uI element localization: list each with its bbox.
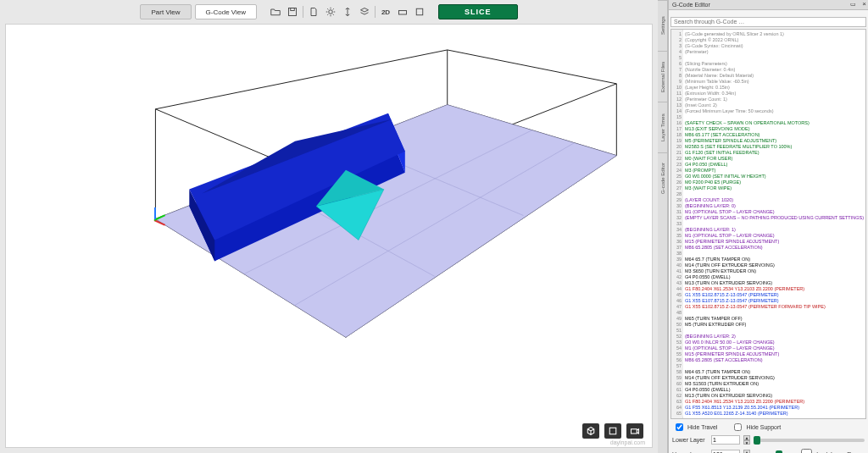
gcode-line[interactable]: 37M86 65.2805 (SET ACCELERATION) (685, 245, 864, 251)
gcode-line[interactable]: 15 (685, 114, 864, 120)
svg-rect-1 (291, 8, 295, 11)
twod-icon[interactable]: 2D (379, 5, 392, 19)
gcode-line[interactable]: 16(SAFETY CHECK – SPAWN ON OPERATIONAL M… (685, 120, 864, 126)
spinner-down-icon[interactable]: ▼ (743, 440, 750, 445)
gcode-line[interactable]: 17M13 (EXIT SERVOING MODE) (685, 126, 864, 132)
gcode-line[interactable]: 28 (685, 191, 864, 197)
gcode-line[interactable]: 50M5 (TURN EXTRUDER OFF) (685, 322, 864, 328)
close-icon[interactable]: × (862, 0, 866, 8)
gcode-line[interactable]: 34(BEGINNING LAYER: 1) (685, 227, 864, 233)
gcode-line[interactable]: 52(BEGINNING LAYER: 2) (685, 334, 864, 340)
sidetab-settings[interactable]: Settings (658, 0, 667, 51)
gcode-line[interactable]: 19M5 (PERIMETER SPINDLE ADJUSTMENT) (685, 138, 864, 144)
gear-icon[interactable] (324, 5, 337, 19)
gcode-line[interactable]: 26M0 F200 P40 E5 (PURGE) (685, 180, 864, 185)
hide-support-checkbox[interactable]: Hide Support (731, 421, 781, 434)
open-icon[interactable] (269, 5, 282, 19)
gcode-line[interactable]: 14(Forced Minimum Layer Time: 50 seconds… (685, 108, 864, 114)
lower-layer-input[interactable] (711, 435, 740, 445)
gcode-line[interactable]: 64G1 F55 X61.8513 Y13.2139 Z0.55.2041 (P… (685, 405, 864, 411)
gcode-line[interactable]: 3(G-Code Syntax: Cincinnati) (685, 43, 864, 49)
gcode-line[interactable]: 53G0 W0.0 INLCR 50.00 – LAYER CHANGE) (685, 340, 864, 345)
gcode-line[interactable]: 65G1 X55 A520 E01.2265 Z-14.3140 (PERIME… (685, 411, 864, 417)
gcode-line[interactable]: 63G1 F80.2404 X61.2534 Y13.2103 Z0.2200 … (685, 399, 864, 405)
gcode-line[interactable]: 62M13 (TURN ON EXTRUDER SERVOING) (685, 393, 864, 399)
gcode-line[interactable]: 8(Material Name: Default Material) (685, 73, 864, 79)
undock-icon[interactable]: ▭ (850, 1, 856, 8)
lock-layer-range-checkbox[interactable]: Lock Layer Range (798, 446, 865, 453)
gcode-line[interactable]: 54M1 (OPTIONAL STOP – LAYER CHANGE) (685, 345, 864, 351)
sidetab-gcode-editor[interactable]: G-code Editor (658, 152, 667, 203)
gcode-line[interactable]: 56M86 65.2805 (SET ACCELERATION) (685, 357, 864, 363)
gcode-line[interactable]: 48 (685, 310, 864, 316)
gcode-line[interactable]: 23G4 P0.050 (DWELL) (685, 162, 864, 168)
slice-button[interactable]: SLICE (438, 4, 518, 19)
gcode-editor-panel: G-Code Editor ▭ × 1(G-Code generated by … (669, 0, 868, 453)
gcode-line[interactable]: 57 (685, 363, 864, 369)
gcode-line[interactable]: 6(Slicing Parameters) (685, 61, 864, 67)
gcode-line[interactable]: 58M64 65.7 (TURN TAMPER ON) (685, 369, 864, 375)
gcode-listing[interactable]: 1(G-Code generated by ORNL Slicer 2 vers… (670, 29, 866, 419)
scale-icon[interactable] (341, 5, 354, 19)
gcode-line[interactable]: 43M13 (TURN ON EXTRUDER SERVOING) (685, 280, 864, 286)
gcode-line[interactable]: 44G1 F80.2404 X61.2534 Y13.2103 Z0.2200 … (685, 286, 864, 292)
gcode-line[interactable]: 9(Minimum Table Value: -60.5in) (685, 79, 864, 85)
gcode-line[interactable]: 32(EMPTY LAYER SCANS – NO PATHING PRODUC… (685, 215, 864, 221)
gcode-line[interactable]: 36M15 (PERIMETER SPINDLE ADJUSTMENT) (685, 239, 864, 245)
gcode-line[interactable]: 59M14 (TURN OFF EXTRUDER SERVOING) (685, 375, 864, 381)
camera-icon[interactable] (626, 423, 643, 439)
gcode-line[interactable]: 29(LAYER COUNT: 1020) (685, 197, 864, 203)
gcode-line[interactable]: 40M14 (TURN OFF EXTRUDER SERVOING) (685, 262, 864, 268)
gcode-line[interactable]: 25G0 W0.0000 (SET INITIAL W HEIGHT) (685, 174, 864, 180)
gcode-line[interactable]: 42G4 P0.0550 (DWELL) (685, 274, 864, 280)
gcode-line[interactable]: 13(Inset Count: 2) (685, 102, 864, 108)
gcode-line[interactable]: 38 (685, 251, 864, 257)
gcode-line[interactable]: 5 (685, 55, 864, 61)
gcode-line[interactable]: 41M3 S650 (TURN EXTRUDER ON) (685, 268, 864, 274)
gcode-line[interactable]: 11(Extrusion Width: 0.34in) (685, 91, 864, 97)
gcode-line[interactable]: 55M15 (PERIMETER SPINDLE ADJUSTMENT) (685, 351, 864, 357)
gcode-line[interactable]: 39M64 65.7 (TURN TAMPER ON) (685, 257, 864, 262)
gcode-line[interactable]: 10(Layer Height: 0.15in) (685, 85, 864, 91)
sidetab-layer-times[interactable]: Layer Times (658, 102, 667, 152)
gcode-search-input[interactable] (670, 17, 866, 27)
perspective-icon[interactable] (413, 5, 426, 19)
new-file-icon[interactable] (307, 5, 320, 19)
gcode-line[interactable]: 46G1 X55 E107.8715 Z-13.0547 (PERIMETER) (685, 298, 864, 304)
gcode-line[interactable]: 4(Perimeter) (685, 49, 864, 55)
gcode-line[interactable]: 49M65 (TURN TAMPER OFF) (685, 316, 864, 322)
gcode-line[interactable]: 33 (685, 221, 864, 227)
cube-view-icon[interactable] (582, 423, 599, 439)
gcode-line[interactable]: 60M3 S1503 (TURN EXTRUDER ON) (685, 381, 864, 387)
tab-gcode-view[interactable]: G-Code View (195, 4, 257, 19)
gcode-line[interactable]: 61G4 P0.0550 (DWELL) (685, 387, 864, 393)
reset-view-icon[interactable] (604, 423, 621, 439)
gcode-line[interactable]: 31M1 (OPTIONAL STOP – LAYER CHANGE) (685, 209, 864, 215)
upper-layer-input[interactable] (711, 450, 740, 453)
gcode-line[interactable]: 27M3 (WAIT FOR WIPE) (685, 185, 864, 191)
tab-part-view[interactable]: Part View (140, 4, 191, 19)
gcode-line[interactable]: 45G1 X55 E102.8715 Z-13.0547 (PERIMETER) (685, 292, 864, 298)
gcode-line[interactable]: 21G1 F120 (SET INITIAL FEEDRATE) (685, 150, 864, 156)
scene-svg (6, 25, 652, 447)
gcode-line[interactable]: 20M2583 S (SET FEEDRATE MULTIPLIER TO 10… (685, 144, 864, 150)
save-icon[interactable] (286, 5, 299, 19)
sidetab-external-files[interactable]: External Files (658, 51, 667, 102)
gcode-line[interactable]: 24M3 (PROMPT) (685, 168, 864, 174)
gcode-line[interactable]: 2(Copyright © 2022 ORNL) (685, 37, 864, 43)
gcode-line[interactable]: 30(BEGINNING LAYER: 0) (685, 203, 864, 209)
hide-travel-checkbox[interactable]: Hide Travel (672, 421, 717, 434)
gcode-line[interactable]: 22M0 (WAIT FOR USER) (685, 156, 864, 162)
viewport-3d[interactable]: dayinpai.com (5, 24, 653, 448)
gcode-line[interactable]: 35M1 (OPTIONAL STOP – LAYER CHANGE) (685, 233, 864, 239)
gcode-line[interactable]: 47G1 X55 E102.8715 Z-13.0547 (PERIMETER … (685, 304, 864, 310)
lower-layer-slider[interactable] (754, 439, 865, 442)
gcode-line[interactable]: 12(Perimeter Count: 1) (685, 97, 864, 102)
gcode-line[interactable]: 7(Nozzle Diameter: 0.4in) (685, 67, 864, 73)
gcode-line[interactable]: 1(G-Code generated by ORNL Slicer 2 vers… (685, 31, 864, 37)
gcode-line[interactable]: 51 (685, 328, 864, 334)
layers-icon[interactable] (358, 5, 371, 19)
bed-icon[interactable] (396, 5, 409, 19)
gcode-line[interactable]: 18M86 65.177 (SET ACCELERATION) (685, 132, 864, 138)
spinner-up-icon[interactable]: ▲ (743, 450, 750, 453)
